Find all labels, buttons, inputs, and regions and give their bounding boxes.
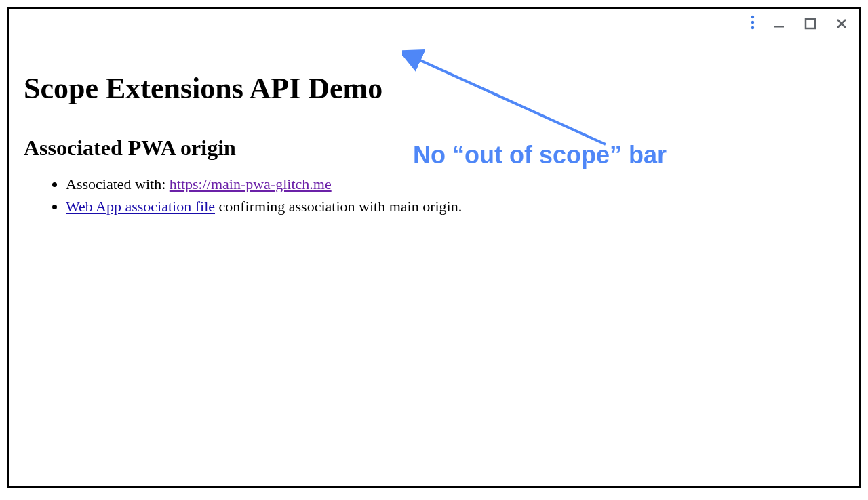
svg-point-2 [751,26,754,29]
page-title: Scope Extensions API Demo [24,71,844,106]
list-item-prefix: Associated with: [66,175,170,192]
close-icon[interactable] [835,17,848,30]
list-item: Web App association file confirming asso… [66,196,844,217]
association-file-link[interactable]: Web App association file [66,198,215,215]
minimize-icon[interactable] [772,17,786,30]
svg-rect-3 [774,26,784,28]
app-window: Scope Extensions API Demo Associated PWA… [7,7,861,488]
maximize-icon[interactable] [804,17,817,30]
list-item: Associated with: https://main-pwa-glitch… [66,174,844,195]
titlebar [9,9,859,39]
list-item-suffix: confirming association with main origin. [215,198,462,215]
page-content: Scope Extensions API Demo Associated PWA… [9,39,859,224]
association-list: Associated with: https://main-pwa-glitch… [24,174,844,217]
more-vert-icon[interactable] [751,15,755,33]
svg-point-0 [751,16,754,18]
svg-rect-4 [806,19,815,28]
svg-point-1 [751,21,754,24]
annotation-label: No “out of scope” bar [413,141,667,169]
associated-origin-link[interactable]: https://main-pwa-glitch.me [170,175,332,192]
